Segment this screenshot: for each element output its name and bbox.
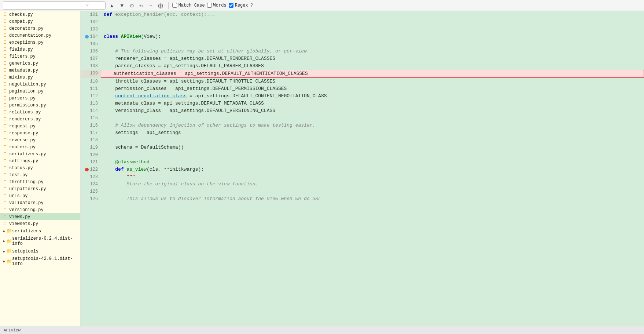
line-number-114: 114 <box>90 107 98 115</box>
folder-icon: 📁 <box>7 248 12 254</box>
sidebar-group-setuptools[interactable]: ▶ 📁 setuptools <box>0 247 80 255</box>
code-content-104: class APIView(View): <box>101 33 644 40</box>
words-checkbox[interactable] <box>207 3 212 8</box>
sidebar-item-status[interactable]: 🗒 status.py <box>0 164 80 171</box>
sidebar-item-reverse[interactable]: 🗒 reverse.py <box>0 137 80 144</box>
sidebar-item-label: renderers.py <box>9 117 41 122</box>
code-content-108: parser_classes = api_settings.DEFAULT_PA… <box>101 62 644 70</box>
sidebar-item-checks[interactable]: 🗒 checks.py <box>0 11 80 18</box>
sidebar-item-response[interactable]: 🗒 response.py <box>0 130 80 137</box>
match-case-checkbox[interactable] <box>172 3 177 8</box>
help-icon[interactable]: ? <box>250 3 253 8</box>
code-line-118: 118 <box>81 137 644 144</box>
sidebar-item-urls[interactable]: 🗒 urls.py <box>0 192 80 199</box>
sidebar-item-exceptions[interactable]: 🗒 exceptions.py <box>0 39 80 46</box>
replace-all-button[interactable]: ↔ <box>147 3 154 8</box>
code-line-106: 106 # The following policies may be set … <box>81 48 644 55</box>
line-gutter-112: 112 <box>81 92 101 100</box>
code-line-104: 104 class APIView(View): <box>81 33 644 40</box>
match-case-group[interactable]: Match Case <box>172 3 205 8</box>
folder-label: serializers-0.2.4.dist-info <box>12 236 77 246</box>
sidebar-item-serializers-py[interactable]: 🗒 serializers.py <box>0 150 80 157</box>
sidebar: 🗒 checks.py 🗒 compat.py 🗒 decorators.py … <box>0 11 81 326</box>
sidebar-item-views[interactable]: 🗒 views.py <box>0 213 80 220</box>
code-content-112: content_negotiation_class = api_settings… <box>101 92 644 100</box>
line-number-106: 106 <box>90 48 98 55</box>
status-label: APIView <box>4 328 21 333</box>
sidebar-item-filters[interactable]: 🗒 filters.py <box>0 53 80 60</box>
sidebar-item-routers[interactable]: 🗒 routers.py <box>0 144 80 150</box>
sidebar-item-label: filters.py <box>9 54 36 59</box>
line-gutter-115: 115 <box>81 115 101 122</box>
regex-label: Regex <box>235 3 248 8</box>
sidebar-item-label: settings.py <box>9 159 38 164</box>
sidebar-item-versioning[interactable]: 🗒 versioning.py <box>0 206 80 213</box>
sidebar-item-parsers[interactable]: 🗒 parsers.py <box>0 95 80 102</box>
file-icon: 🗒 <box>3 193 7 199</box>
search-clear-icon[interactable]: ✕ <box>86 3 89 8</box>
sidebar-item-label: exceptions.py <box>9 40 44 45</box>
sidebar-item-generics[interactable]: 🗒 generics.py <box>0 60 80 67</box>
find-in-path-button[interactable]: ⊙ <box>128 2 136 9</box>
code-line-122: 122 def as_view(cls, **initkwargs): <box>81 166 644 173</box>
code-content-124: Store the original class on the view fun… <box>101 181 644 188</box>
sidebar-item-settings[interactable]: 🗒 settings.py <box>0 157 80 164</box>
sidebar-group-serializers-dist[interactable]: ▶ 📁 serializers-0.2.4.dist-info <box>0 235 80 247</box>
sidebar-item-metadata[interactable]: 🗒 metadata.py <box>0 67 80 74</box>
code-line-109: 109 authentication_classes = api_setting… <box>81 70 644 78</box>
code-content-113: metadata_class = api_settings.DEFAULT_ME… <box>101 100 644 107</box>
file-icon: 🗒 <box>3 214 7 219</box>
code-line-119: 119 schema = DefaultSchema() <box>81 144 644 151</box>
sidebar-item-label: metadata.py <box>9 68 38 73</box>
filter-results-button[interactable]: ⨁ <box>157 2 165 9</box>
file-icon: 🗒 <box>3 151 7 157</box>
line-number-115: 115 <box>90 115 98 122</box>
sidebar-item-fields[interactable]: 🗒 fields.py <box>0 46 80 53</box>
sidebar-item-decorators[interactable]: 🗒 decorators.py <box>0 25 80 32</box>
sidebar-item-documentation[interactable]: 🗒 documentation.py <box>0 32 80 39</box>
sidebar-item-mixins[interactable]: 🗒 mixins.py <box>0 74 80 81</box>
sidebar-item-urlpatterns[interactable]: 🗒 urlpatterns.py <box>0 185 80 192</box>
file-icon: 🗒 <box>3 144 7 150</box>
sidebar-item-throttling[interactable]: 🗒 throttling.py <box>0 178 80 185</box>
file-icon: 🗒 <box>3 26 7 31</box>
regex-group[interactable]: Regex <box>229 3 248 8</box>
sidebar-group-setuptools-dist[interactable]: ▶ 📁 setuptools-42.0.1.dist-info <box>0 255 80 268</box>
sidebar-item-negotiation[interactable]: 🗒 negotiation.py <box>0 81 80 88</box>
content-negotiation-link[interactable]: content_negotiation_class <box>115 93 187 99</box>
line-number-122: 122 <box>90 166 98 173</box>
sidebar-item-label: permissions.py <box>9 103 46 108</box>
file-icon: 🗒 <box>3 75 7 80</box>
file-icon: 🗒 <box>3 165 7 171</box>
sidebar-item-test[interactable]: 🗒 test.py <box>0 171 80 178</box>
file-icon: 🗒 <box>3 88 7 94</box>
sidebar-item-label: response.py <box>9 131 38 136</box>
file-icon: 🗒 <box>3 179 7 185</box>
line-number-117: 117 <box>90 129 98 137</box>
sidebar-item-relations[interactable]: 🗒 relations.py <box>0 109 80 116</box>
sidebar-item-renderers[interactable]: 🗒 renderers.py <box>0 116 80 123</box>
sidebar-item-label: validators.py <box>9 200 44 206</box>
line-number-112: 112 <box>90 92 98 100</box>
sidebar-item-compat[interactable]: 🗒 compat.py <box>0 18 80 25</box>
file-icon: 🗒 <box>3 109 7 115</box>
replace-button[interactable]: +↕ <box>138 3 145 8</box>
code-content-105 <box>101 40 644 48</box>
sidebar-item-permissions[interactable]: 🗒 permissions.py <box>0 102 80 109</box>
sidebar-item-pagination[interactable]: 🗒 pagination.py <box>0 88 80 95</box>
sidebar-item-request[interactable]: 🗒 request.py <box>0 123 80 130</box>
nav-down-button[interactable]: ▼ <box>118 2 126 9</box>
words-group[interactable]: Words <box>207 3 227 8</box>
regex-checkbox[interactable] <box>229 3 233 8</box>
sidebar-group-serializers[interactable]: ▶ 📁 serializers <box>0 227 80 235</box>
sidebar-item-label: test.py <box>9 173 27 178</box>
nav-up-button[interactable]: ▲ <box>108 2 116 9</box>
code-editor[interactable]: 101 def exception_handler(exc, context):… <box>81 11 644 326</box>
breakpoint-122 <box>85 168 89 171</box>
sidebar-item-viewsets[interactable]: 🗒 viewsets.py <box>0 220 80 227</box>
search-input[interactable] <box>5 3 86 8</box>
sidebar-item-validators[interactable]: 🗒 validators.py <box>0 199 80 206</box>
search-box[interactable]: ✕ <box>3 1 106 10</box>
sidebar-item-label: routers.py <box>9 145 36 150</box>
line-number-105: 105 <box>90 40 98 48</box>
